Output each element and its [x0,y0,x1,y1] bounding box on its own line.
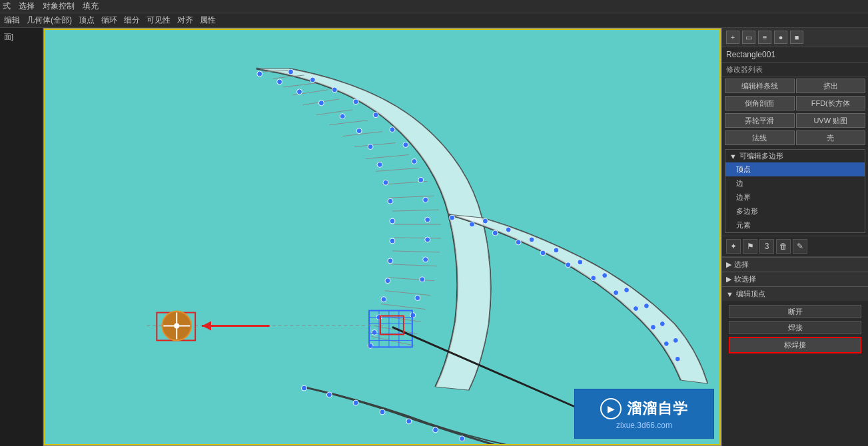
ep-item-edge[interactable]: 边 [725,176,865,190]
svg-line-10 [376,168,419,171]
svg-point-61 [516,240,521,245]
editable-poly-section: ▼ 可编辑多边形 顶点 边 边界 多边形 元素 [725,149,865,233]
num3-tool[interactable]: 3 [759,239,774,254]
edit-vertex-content: 断开 焊接 标焊接 [722,301,868,357]
svg-point-49 [412,158,417,164]
menu-align[interactable]: 对齐 [177,15,193,26]
svg-point-25 [277,79,282,85]
stack-icon-btn[interactable]: ≡ [758,31,771,44]
left-panel: 面] [0,28,43,446]
add-modifier-btn[interactable]: + [726,31,739,44]
svg-point-24 [257,71,262,77]
menu-style[interactable]: 式 [3,1,11,12]
svg-point-48 [403,142,408,148]
svg-line-15 [394,238,441,238]
top-menu-bar[interactable]: 式 选择 对象控制 填充 [0,0,868,13]
svg-point-59 [469,222,474,227]
pencil-tool[interactable]: ✎ [793,239,807,254]
svg-point-84 [406,419,412,424]
watermark-title: 溜溜自学 [627,399,688,419]
svg-point-85 [433,427,438,433]
bevel-profile-btn[interactable]: 倒角剖面 [725,96,795,111]
circle-icon-btn[interactable]: ● [774,31,787,44]
svg-point-73 [554,248,559,253]
svg-point-51 [423,197,428,202]
svg-point-66 [634,306,639,312]
svg-point-80 [301,385,306,391]
ffd-btn[interactable]: FFD(长方体 [796,96,866,111]
menu-subdivide[interactable]: 细分 [124,15,140,26]
section-soft-label: 软选择 [734,274,756,284]
menu-properties[interactable]: 属性 [200,15,216,26]
svg-point-65 [614,290,619,296]
modifier-btn-row-2: 倒角剖面 FFD(长方体 [722,95,868,112]
svg-point-38 [381,297,386,302]
svg-point-27 [318,101,324,106]
svg-point-86 [460,436,465,441]
flag-tool[interactable]: ⚑ [743,239,757,254]
section-select-header[interactable]: ▶ 选择 [722,257,868,272]
square-icon-btn[interactable]: ■ [790,31,803,44]
svg-point-33 [388,198,393,204]
menu-visibility[interactable]: 可见性 [147,15,171,26]
modifier-btn-row-4: 法线 壳 [722,129,868,146]
wand-tool[interactable]: ✦ [726,239,741,254]
svg-point-52 [425,217,430,222]
toolbar-row: 编辑 几何体(全部) 顶点 循环 细分 可见性 对齐 属性 [0,13,868,28]
break-btn[interactable]: 断开 [729,305,861,318]
menu-geometry-all[interactable]: 几何体(全部) [27,15,72,26]
menu-edit[interactable]: 编辑 [4,15,20,26]
watermark-url: zixue.3d66.com [616,421,672,430]
extrude-btn[interactable]: 挤出 [796,79,866,93]
menu-select[interactable]: 选择 [19,1,35,12]
trash-tool[interactable]: 🗑 [776,239,791,254]
normal-btn[interactable]: 法线 [725,130,795,145]
model-canvas [44,29,721,445]
svg-point-34 [390,218,395,224]
meshsmooth-btn[interactable]: 弄轮平滑 [725,113,795,128]
ep-item-vertex[interactable]: 顶点 [725,162,865,176]
svg-line-23 [372,336,414,345]
svg-point-70 [482,218,488,224]
shell-btn[interactable]: 壳 [796,130,866,145]
menu-fill[interactable]: 填充 [83,1,99,12]
object-name: Rectangle001 [722,47,868,63]
svg-line-16 [392,251,440,252]
svg-point-60 [492,230,498,236]
icon-toolbar: ✦ ⚑ 3 🗑 ✎ [722,236,868,257]
menu-object-control[interactable]: 对象控制 [43,1,75,12]
svg-point-68 [663,341,669,346]
svg-line-6 [329,120,368,125]
svg-point-42 [288,69,294,75]
rect-icon-btn[interactable]: ▭ [742,31,755,44]
weld-btn[interactable]: 焊接 [729,321,861,334]
uvw-map-btn[interactable]: UVW 贴图 [796,113,866,128]
watermark-play-icon: ▶ [600,398,622,419]
svg-point-58 [450,215,455,220]
svg-point-32 [383,180,388,185]
ep-item-border[interactable]: 边界 [725,190,865,204]
target-weld-btn[interactable]: 标焊接 [729,337,861,353]
viewport[interactable]: ▶ 溜溜自学 zixue.3d66.com [43,28,721,446]
section-soft-select-header[interactable]: ▶ 软选择 [722,272,868,286]
svg-point-26 [297,89,302,95]
watermark-top: ▶ 溜溜自学 [600,398,688,419]
ep-item-polygon[interactable]: 多边形 [725,204,865,218]
svg-point-71 [506,227,511,232]
svg-point-54 [423,257,428,262]
svg-point-29 [356,128,362,134]
svg-point-40 [372,330,377,335]
modifier-btn-row-3: 弄轮平滑 UVW 贴图 [722,112,868,129]
expand-soft-icon: ▶ [726,275,731,284]
svg-point-30 [368,144,373,150]
svg-point-43 [310,77,315,83]
edit-spline-btn[interactable]: 编辑样条线 [725,79,795,93]
svg-line-7 [342,132,382,136]
section-edit-vertex-header[interactable]: ▼ 编辑顶点 [722,286,868,301]
menu-vertex[interactable]: 顶点 [79,15,95,26]
ep-title: 可编辑多边形 [739,151,783,161]
menu-loop[interactable]: 循环 [101,15,117,26]
svg-line-5 [316,110,352,115]
weld-btn-row: 焊接 [726,320,864,335]
ep-item-element[interactable]: 元素 [725,218,865,232]
